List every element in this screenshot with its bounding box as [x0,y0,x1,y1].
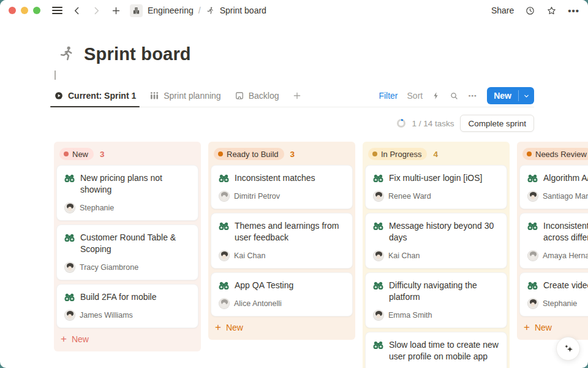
workspace-building-icon[interactable] [130,4,143,17]
column-cards: Inconsistent matches Dimitri Petrov Them… [211,165,353,316]
task-card[interactable]: Message history beyond 30 days Kai Chan [365,213,507,269]
binoculars-icon [64,293,75,302]
board-column: New 3 New pricing plans not showing Step… [54,142,201,351]
complete-sprint-button[interactable]: Complete sprint [460,115,534,132]
back-button[interactable] [69,2,85,18]
task-card[interactable]: Difficulty navigating the platform Emma … [365,272,507,328]
card-title: Themes and learnings from user feedback [235,220,345,243]
task-card[interactable]: Algorithm A/B Santiago Martine [519,165,588,209]
add-card-label: New [72,334,89,344]
lightning-icon [432,91,440,100]
breadcrumb: Engineering / Sprint board [130,4,266,17]
view-tabs: Current: Sprint 1 Sprint planning Backlo… [54,85,302,107]
breadcrumb-workspace[interactable]: Engineering [148,6,194,15]
binoculars-icon [64,174,75,183]
assignee-name: Stephanie [80,204,114,212]
filter-button[interactable]: Filter [379,91,398,101]
favorite-button[interactable] [546,6,557,16]
column-header[interactable]: In Progress 4 [365,144,507,165]
maximize-window-button[interactable] [33,7,40,14]
automations-button[interactable] [432,91,440,100]
body-text-area[interactable] [0,66,588,85]
column-count: 4 [433,150,438,159]
binoculars-icon [219,281,229,290]
plus-icon: + [61,335,67,343]
assignee-name: Amaya Hernande [543,251,588,260]
plus-icon [292,91,302,101]
column-header[interactable]: Ready to Build 3 [211,144,353,165]
window-controls [9,7,40,14]
new-task-dropdown-button[interactable] [519,87,534,104]
task-card[interactable]: App QA Testing Alice Antonelli [211,272,353,316]
task-card[interactable]: New pricing plans not showing Stephanie [56,165,198,221]
avatar [64,310,75,321]
tab-current-sprint[interactable]: Current: Sprint 1 [54,85,136,107]
new-task-button[interactable]: New [487,87,518,104]
task-card[interactable]: Customer Round Table & Scoping Tracy Gia… [56,224,198,280]
minimize-window-button[interactable] [21,7,28,14]
people-timeline-icon [149,91,159,101]
notion-ai-button[interactable] [556,337,580,361]
sidebar-toggle-button[interactable] [49,2,65,18]
task-card[interactable]: Fix multi-user login [iOS] Renee Ward [365,165,507,209]
plus-icon [111,6,121,16]
runner-icon [58,45,76,63]
share-button[interactable]: Share [491,6,514,15]
card-title: Difficulty navigating the platform [389,280,499,303]
sort-button[interactable]: Sort [407,91,423,101]
add-card-button[interactable]: + New [519,316,588,337]
binoculars-icon [219,174,229,183]
clock-icon [525,6,535,16]
task-card[interactable]: Inconsistent u across differe Amaya Hern… [519,213,588,269]
add-view-button[interactable] [292,85,302,107]
card-title: Create video g [543,280,588,291]
task-card[interactable]: Inconsistent matches Dimitri Petrov [211,165,353,209]
page-header: Sprint board [0,21,588,66]
avatar [373,250,384,261]
avatar [64,262,75,273]
search-button[interactable] [450,91,459,101]
task-card[interactable]: Themes and learnings from user feedback … [211,213,353,269]
tab-sprint-planning[interactable]: Sprint planning [149,85,221,107]
assignee-name: Kai Chan [234,251,265,260]
assignee-name: Dimitri Petrov [234,192,280,201]
card-title: App QA Testing [235,280,293,291]
status-dot-icon [372,151,377,156]
breadcrumb-page[interactable]: Sprint board [220,6,266,15]
forward-button[interactable] [88,2,104,18]
updates-button[interactable] [525,6,535,16]
tab-backlog[interactable]: Backlog [235,85,279,107]
card-title: Inconsistent matches [235,172,315,184]
binoculars-icon [373,340,383,350]
page-title[interactable]: Sprint board [84,42,191,66]
titlebar-actions: Share ••• [491,6,579,16]
card-assignee: Amaya Hernande [527,250,588,261]
runner-icon [206,6,215,15]
column-header[interactable]: New 3 [56,144,198,165]
close-window-button[interactable] [9,7,16,14]
task-card[interactable]: Build 2FA for mobile James Williams [56,284,198,328]
add-card-button[interactable]: + New [56,328,198,349]
binoculars-icon [373,174,383,183]
task-card[interactable]: Slow load time to create new user profil… [365,332,507,368]
view-more-button[interactable]: ⋯ [468,91,477,101]
binoculars-icon [373,281,383,290]
avatar [527,250,538,261]
new-page-button[interactable] [108,2,124,18]
board-column: Ready to Build 3 Inconsistent matches Di… [208,142,355,340]
tab-label: Current: Sprint 1 [68,91,136,101]
search-icon [450,91,459,101]
more-options-button[interactable]: ••• [568,6,579,16]
task-card[interactable]: Create video g Stephanie [519,272,588,316]
card-title: New pricing plans not showing [80,172,190,196]
column-count: 3 [290,150,295,159]
avatar [373,310,384,321]
card-title: Inconsistent u across differe [543,220,588,243]
page-icon-runner[interactable] [58,45,76,63]
assignee-name: James Williams [80,311,133,320]
column-header[interactable]: Needs Review [519,144,588,165]
add-card-button[interactable]: + New [211,316,353,337]
avatar [219,191,230,202]
sprint-progress-label: 1 / 14 tasks [412,119,454,128]
binoculars-icon [373,221,383,231]
